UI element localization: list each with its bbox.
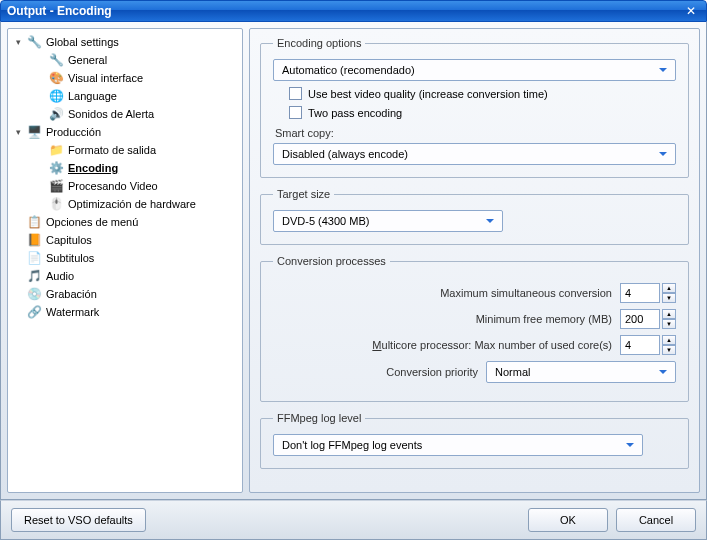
sidebar-item-label: Producción: [46, 126, 101, 138]
min-mem-spinner: ▲ ▼: [620, 309, 676, 329]
spin-up-icon[interactable]: ▲: [662, 283, 676, 293]
sidebar-item-label: Grabación: [46, 288, 97, 300]
spin-up-icon[interactable]: ▲: [662, 335, 676, 345]
sidebar-item-icon: 📋: [26, 214, 42, 230]
spin-down-icon[interactable]: ▼: [662, 319, 676, 329]
sidebar-item-label: Procesando Video: [68, 180, 158, 192]
max-sim-spinner: ▲ ▼: [620, 283, 676, 303]
sidebar-item-icon: 🌐: [48, 88, 64, 104]
sidebar-item-icon: 💿: [26, 286, 42, 302]
main-panel: Encoding options Automatico (recomendado…: [249, 28, 700, 493]
max-sim-spin-buttons: ▲ ▼: [662, 283, 676, 303]
ffmpeg-log-value: Don't log FFMpeg log events: [282, 439, 622, 451]
cancel-button[interactable]: Cancel: [616, 508, 696, 532]
sidebar-item-label: Formato de salida: [68, 144, 156, 156]
best-quality-checkbox[interactable]: [289, 87, 302, 100]
sidebar-item-procesando-video[interactable]: 🎬Procesando Video: [10, 177, 240, 195]
sidebar-item-label: Subtitulos: [46, 252, 94, 264]
priority-value: Normal: [495, 366, 655, 378]
sidebar-item-general[interactable]: 🔧General: [10, 51, 240, 69]
multicore-row: Multicore processor: Max number of used …: [273, 335, 676, 355]
sidebar-item-icon: 📙: [26, 232, 42, 248]
target-size-group: Target size DVD-5 (4300 MB): [260, 188, 689, 245]
multicore-label: Multicore processor: Max number of used …: [273, 339, 612, 351]
sidebar-item-icon: 🖥️: [26, 124, 42, 140]
window-body: ▾🔧Global settings🔧General🎨Visual interfa…: [0, 22, 707, 500]
priority-dropdown[interactable]: Normal: [486, 361, 676, 383]
sidebar: ▾🔧Global settings🔧General🎨Visual interfa…: [7, 28, 243, 493]
chevron-down-icon: [482, 213, 498, 229]
sidebar-item-opciones-de-men-[interactable]: 📋Opciones de menú: [10, 213, 240, 231]
min-mem-row: Minimum free memory (MB) ▲ ▼: [273, 309, 676, 329]
max-sim-input[interactable]: [620, 283, 660, 303]
tree-toggle-icon[interactable]: ▾: [12, 37, 24, 47]
encoding-mode-dropdown[interactable]: Automatico (recomendado): [273, 59, 676, 81]
sidebar-item-icon: ⚙️: [48, 160, 64, 176]
min-mem-label: Minimum free memory (MB): [273, 313, 612, 325]
sidebar-item-icon: 🎵: [26, 268, 42, 284]
sidebar-item-label: General: [68, 54, 107, 66]
tree-toggle-icon[interactable]: ▾: [12, 127, 24, 137]
target-size-dropdown[interactable]: DVD-5 (4300 MB): [273, 210, 503, 232]
max-sim-label: Maximum simultaneous conversion: [273, 287, 612, 299]
chevron-down-icon: [622, 437, 638, 453]
max-sim-row: Maximum simultaneous conversion ▲ ▼: [273, 283, 676, 303]
sidebar-item-global-settings[interactable]: ▾🔧Global settings: [10, 33, 240, 51]
sidebar-item-label: Watermark: [46, 306, 99, 318]
best-quality-label: Use best video quality (increase convers…: [308, 88, 548, 100]
smart-copy-value: Disabled (always encode): [282, 148, 655, 160]
ffmpeg-log-legend: FFMpeg log level: [273, 412, 365, 424]
spin-up-icon[interactable]: ▲: [662, 309, 676, 319]
spin-down-icon[interactable]: ▼: [662, 345, 676, 355]
sidebar-item-label: Sonidos de Alerta: [68, 108, 154, 120]
sidebar-item-icon: 🔧: [48, 52, 64, 68]
sidebar-item-icon: 🖱️: [48, 196, 64, 212]
sidebar-item-icon: 📁: [48, 142, 64, 158]
sidebar-item-label: Optimización de hardware: [68, 198, 196, 210]
best-quality-row: Use best video quality (increase convers…: [289, 87, 676, 100]
sidebar-item-encoding[interactable]: ⚙️Encoding: [10, 159, 240, 177]
multicore-spin-buttons: ▲ ▼: [662, 335, 676, 355]
sidebar-item-watermark[interactable]: 🔗Watermark: [10, 303, 240, 321]
chevron-down-icon: [655, 62, 671, 78]
sidebar-item-sonidos-de-alerta[interactable]: 🔊Sonidos de Alerta: [10, 105, 240, 123]
sidebar-item-label: Capitulos: [46, 234, 92, 246]
sidebar-item-grabaci-n[interactable]: 💿Grabación: [10, 285, 240, 303]
smart-copy-label: Smart copy:: [275, 127, 676, 139]
sidebar-item-language[interactable]: 🌐Language: [10, 87, 240, 105]
sidebar-item-icon: 🎬: [48, 178, 64, 194]
close-icon[interactable]: ✕: [682, 3, 700, 19]
encoding-options-group: Encoding options Automatico (recomendado…: [260, 37, 689, 178]
sidebar-item-producci-n[interactable]: ▾🖥️Producción: [10, 123, 240, 141]
two-pass-checkbox[interactable]: [289, 106, 302, 119]
sidebar-item-icon: 🔊: [48, 106, 64, 122]
chevron-down-icon: [655, 364, 671, 380]
target-size-legend: Target size: [273, 188, 334, 200]
multicore-input[interactable]: [620, 335, 660, 355]
encoding-mode-value: Automatico (recomendado): [282, 64, 655, 76]
ok-button[interactable]: OK: [528, 508, 608, 532]
sidebar-item-visual-interface[interactable]: 🎨Visual interface: [10, 69, 240, 87]
sidebar-item-audio[interactable]: 🎵Audio: [10, 267, 240, 285]
reset-defaults-button[interactable]: Reset to VSO defaults: [11, 508, 146, 532]
priority-label: Conversion priority: [273, 366, 478, 378]
two-pass-label: Two pass encoding: [308, 107, 402, 119]
conversion-processes-group: Conversion processes Maximum simultaneou…: [260, 255, 689, 402]
smart-copy-dropdown[interactable]: Disabled (always encode): [273, 143, 676, 165]
min-mem-spin-buttons: ▲ ▼: [662, 309, 676, 329]
sidebar-item-label: Audio: [46, 270, 74, 282]
sidebar-item-label: Visual interface: [68, 72, 143, 84]
min-mem-input[interactable]: [620, 309, 660, 329]
ffmpeg-log-dropdown[interactable]: Don't log FFMpeg log events: [273, 434, 643, 456]
multicore-spinner: ▲ ▼: [620, 335, 676, 355]
sidebar-item-icon: 🎨: [48, 70, 64, 86]
chevron-down-icon: [655, 146, 671, 162]
sidebar-item-label: Global settings: [46, 36, 119, 48]
spin-down-icon[interactable]: ▼: [662, 293, 676, 303]
ffmpeg-log-group: FFMpeg log level Don't log FFMpeg log ev…: [260, 412, 689, 469]
sidebar-item-capitulos[interactable]: 📙Capitulos: [10, 231, 240, 249]
sidebar-item-formato-de-salida[interactable]: 📁Formato de salida: [10, 141, 240, 159]
sidebar-item-optimizaci-n-de-hardware[interactable]: 🖱️Optimización de hardware: [10, 195, 240, 213]
sidebar-item-icon: 🔧: [26, 34, 42, 50]
sidebar-item-subtitulos[interactable]: 📄Subtitulos: [10, 249, 240, 267]
